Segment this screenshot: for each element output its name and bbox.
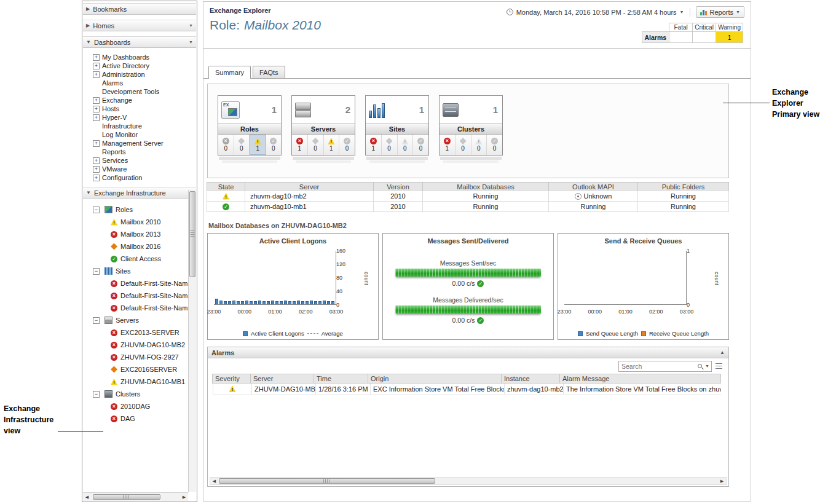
sidebar-item-active-directory[interactable]: Active Directory bbox=[82, 61, 197, 70]
alarms-horizontal-scrollbar[interactable]: ◀ ▶ bbox=[210, 477, 727, 485]
sidebar-item-infrastructure[interactable]: Infrastructure bbox=[82, 122, 197, 130]
scrollbar-thumb[interactable] bbox=[189, 191, 195, 277]
chevron-down-icon[interactable]: ▼ bbox=[705, 364, 709, 368]
sidebar-section-homes[interactable]: ▶ Homes ▼ bbox=[83, 20, 196, 31]
infra-item[interactable]: ZHUVM-FOG-2927 bbox=[82, 351, 188, 363]
sidebar-item-vmware[interactable]: VMware bbox=[82, 165, 197, 173]
infra-item[interactable]: Default-First-Site-Nam bbox=[82, 302, 188, 314]
section-menu-icon[interactable]: ▼ bbox=[189, 23, 193, 28]
infra-group-servers[interactable]: Servers bbox=[82, 314, 188, 326]
alarm-count-fatal[interactable] bbox=[669, 32, 693, 43]
sidebar-section-bookmarks[interactable]: ▶ Bookmarks bbox=[83, 3, 196, 15]
expand-plus-icon[interactable] bbox=[93, 166, 100, 173]
infra-item[interactable]: EXC2013-SERVER bbox=[82, 326, 188, 339]
infra-item[interactable]: 2010DAG bbox=[82, 400, 188, 412]
tile-servers[interactable]: 2 Servers 1 0 1 0 bbox=[291, 95, 355, 163]
column-header[interactable]: Server bbox=[250, 374, 314, 384]
sidebar-item-exchange[interactable]: Exchange bbox=[82, 96, 197, 104]
sidebar-item-my-dashboards[interactable]: My Dashboards bbox=[82, 53, 197, 61]
infra-group-roles[interactable]: Roles bbox=[82, 203, 188, 216]
tile-status-warning[interactable]: 1 bbox=[324, 135, 340, 155]
tile-status-normal[interactable]: 0 bbox=[266, 135, 282, 155]
alarm-count-warning[interactable]: 1 bbox=[716, 32, 743, 43]
sidebar-item-log-monitor[interactable]: Log Monitor bbox=[82, 130, 197, 139]
expand-plus-icon[interactable] bbox=[93, 97, 100, 104]
tile-status-critical[interactable]: 0 bbox=[308, 135, 324, 155]
expand-plus-icon[interactable] bbox=[93, 140, 100, 147]
infra-item[interactable]: Mailbox 2010 bbox=[82, 216, 188, 228]
tile-status-warning[interactable]: 0 bbox=[471, 135, 487, 155]
column-header[interactable]: Origin bbox=[368, 374, 502, 384]
tile-status-warning[interactable]: 1 bbox=[250, 135, 266, 155]
expand-plus-icon[interactable] bbox=[93, 54, 100, 61]
alarms-panel-header[interactable]: Alarms ▲ bbox=[208, 347, 728, 358]
scroll-right-icon[interactable]: ▶ bbox=[718, 478, 726, 484]
tile-status-fatal[interactable]: 1 bbox=[366, 135, 382, 155]
tile-status-fatal[interactable]: 0 bbox=[218, 135, 234, 155]
column-header[interactable]: Instance bbox=[501, 374, 560, 384]
collapse-minus-icon[interactable] bbox=[93, 391, 100, 398]
sidebar-item-services[interactable]: Services bbox=[82, 156, 197, 165]
sidebar-section-exchange-infrastructure[interactable]: ▼ Exchange Infrastructure bbox=[83, 187, 196, 199]
sidebar-vertical-scrollbar[interactable] bbox=[188, 190, 196, 492]
sidebar-section-dashboards[interactable]: ▼ Dashboards ▼ bbox=[83, 36, 196, 48]
collapse-minus-icon[interactable] bbox=[93, 317, 100, 324]
expand-plus-icon[interactable] bbox=[93, 106, 100, 112]
infra-item[interactable]: Mailbox 2016 bbox=[82, 240, 188, 253]
reports-button[interactable]: Reports ▼ bbox=[696, 6, 744, 18]
infra-item[interactable]: DAG bbox=[82, 412, 188, 425]
time-range-selector[interactable]: Monday, March 14, 2016 10:58 PM - 2:58 A… bbox=[516, 9, 677, 16]
sidebar-item-reports[interactable]: Reports bbox=[82, 148, 197, 156]
expand-plus-icon[interactable] bbox=[93, 71, 100, 78]
column-header[interactable]: Time bbox=[314, 374, 368, 384]
infra-item[interactable]: Default-First-Site-Nam bbox=[82, 289, 188, 302]
infra-item[interactable]: EXC2016SERVER bbox=[82, 363, 188, 376]
infra-item[interactable]: ZHUVM-DAG10-MB1 bbox=[82, 376, 188, 388]
expand-plus-icon[interactable] bbox=[93, 175, 100, 181]
expand-plus-icon[interactable] bbox=[93, 114, 100, 121]
column-header[interactable]: Alarm Message bbox=[559, 374, 721, 384]
alarm-count-critical[interactable] bbox=[693, 32, 716, 43]
expand-plus-icon[interactable] bbox=[93, 63, 100, 69]
search-input[interactable] bbox=[619, 363, 695, 370]
sidebar-item-administration[interactable]: Administration bbox=[82, 70, 197, 79]
collapse-minus-icon[interactable] bbox=[93, 268, 100, 275]
server-name-cell[interactable]: zhuvm-dag10-mb1 bbox=[245, 201, 374, 212]
scroll-left-icon[interactable]: ◀ bbox=[210, 478, 218, 484]
expand-plus-icon[interactable] bbox=[93, 157, 100, 164]
table-row[interactable]: ZHUVM-DAG10-MB2 1/28/16 3:16 PM EXC Info… bbox=[213, 384, 721, 395]
tile-status-critical[interactable]: 0 bbox=[382, 135, 398, 155]
infra-group-sites[interactable]: Sites bbox=[82, 265, 188, 277]
tile-status-critical[interactable]: 0 bbox=[455, 135, 471, 155]
sidebar-item-configuration[interactable]: Configuration bbox=[82, 173, 197, 182]
sidebar-item-development-tools[interactable]: Development Tools bbox=[82, 87, 197, 96]
tile-clusters[interactable]: 1 Clusters 1 0 0 0 bbox=[439, 95, 503, 163]
tile-status-critical[interactable]: 0 bbox=[234, 135, 250, 155]
tile-roles[interactable]: 1 Roles 0 0 1 0 bbox=[218, 95, 282, 163]
infra-group-clusters[interactable]: Clusters bbox=[82, 388, 188, 400]
tab-summary[interactable]: Summary bbox=[208, 66, 251, 79]
tile-status-normal[interactable]: 0 bbox=[339, 135, 355, 155]
tab-faqts[interactable]: FAQts bbox=[253, 66, 285, 78]
tile-status-warning[interactable]: 0 bbox=[398, 135, 414, 155]
tile-status-fatal[interactable]: 1 bbox=[440, 135, 455, 155]
infra-item[interactable]: Client Access bbox=[82, 253, 188, 265]
table-row[interactable]: zhuvm-dag10-mb1 2010 Running Running Run… bbox=[207, 202, 729, 212]
infra-item[interactable]: Default-First-Site-Nam bbox=[82, 277, 188, 289]
sidebar-item-management-server[interactable]: Management Server bbox=[82, 139, 197, 148]
tile-status-normal[interactable]: 0 bbox=[413, 135, 428, 155]
column-options-icon[interactable] bbox=[716, 363, 722, 369]
scrollbar-thumb[interactable] bbox=[93, 494, 160, 500]
collapse-arrow-icon[interactable]: ▲ bbox=[720, 350, 725, 355]
chevron-down-icon[interactable]: ▼ bbox=[680, 10, 684, 14]
column-header[interactable]: Severity bbox=[212, 374, 251, 384]
scroll-right-icon[interactable]: ▶ bbox=[180, 494, 188, 500]
scroll-left-icon[interactable]: ◀ bbox=[83, 494, 91, 500]
tile-status-normal[interactable]: 0 bbox=[487, 135, 502, 155]
infra-item[interactable]: ZHUVM-DAG10-MB2 bbox=[82, 339, 188, 351]
section-menu-icon[interactable]: ▼ bbox=[189, 40, 193, 44]
table-row[interactable]: zhuvm-dag10-mb2 2010 Running Unknown Run… bbox=[207, 191, 729, 202]
sidebar-item-alarms[interactable]: Alarms bbox=[82, 79, 197, 87]
search-icon[interactable] bbox=[697, 363, 703, 369]
server-name-cell[interactable]: zhuvm-dag10-mb2 bbox=[245, 191, 374, 202]
